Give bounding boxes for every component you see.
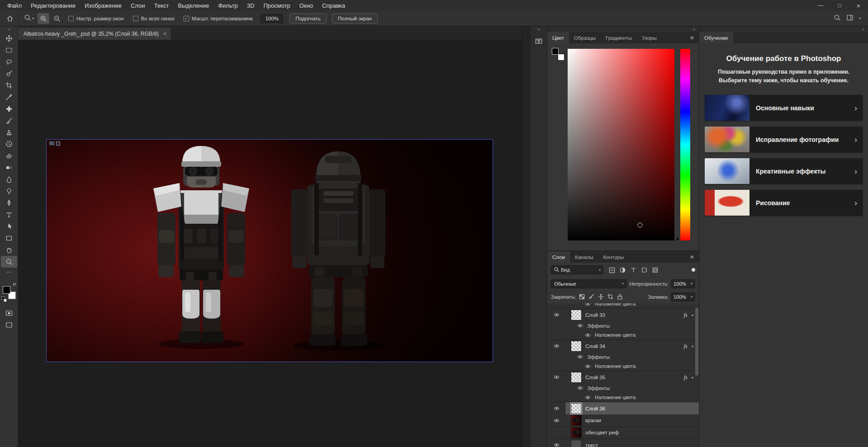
visibility-toggle[interactable]	[547, 309, 565, 321]
canvas-pasteboard[interactable]: 01	[18, 40, 522, 447]
fx-badge[interactable]: fx	[684, 312, 688, 318]
blend-mode-select[interactable]: Обычные ▾	[551, 279, 627, 288]
effects-label[interactable]: Эффекты	[587, 323, 610, 329]
learn-card-0[interactable]: Основные навыки›	[705, 95, 863, 121]
eraser-tool[interactable]	[1, 150, 17, 162]
layer-row[interactable]: краски	[547, 414, 699, 427]
tab-learn[interactable]: Обучение	[699, 32, 733, 43]
default-colors-icon[interactable]	[1, 296, 7, 302]
visibility-toggle[interactable]	[575, 383, 584, 393]
document-tab[interactable]: Albatros-heavy _Greh_.psd @ 35,2% (Слой …	[18, 28, 171, 40]
layer-row[interactable]: текст	[547, 439, 699, 447]
zoom-in-mode-button[interactable]	[38, 13, 49, 24]
layer-name[interactable]: обесцвет реф	[585, 430, 619, 435]
layer-row[interactable]: Слой 35fx▴	[547, 371, 699, 383]
crop-tool[interactable]	[1, 80, 17, 91]
layer-effect-item-row[interactable]: Наложение цвета	[547, 330, 699, 340]
visibility-toggle[interactable]	[547, 414, 565, 426]
color-cursor[interactable]	[638, 223, 643, 228]
effect-name[interactable]: Наложение цвета	[595, 332, 636, 338]
zoom-out-mode-button[interactable]	[51, 13, 63, 24]
layer-effects-header-row[interactable]: Эффекты	[547, 383, 699, 393]
filter-smart-icon[interactable]	[651, 266, 659, 274]
filter-pixel-icon[interactable]	[607, 266, 616, 274]
menu-Текст[interactable]: Текст	[150, 0, 174, 11]
lock-artboard-icon[interactable]	[607, 293, 614, 301]
layer-name[interactable]: Слой 33	[585, 312, 605, 318]
screen-mode-icon[interactable]	[1, 319, 17, 331]
layer-row-body[interactable]: Наложение цвета	[592, 303, 699, 308]
lock-transparent-icon[interactable]	[578, 293, 586, 301]
workspace-icon[interactable]	[846, 14, 854, 23]
scrollbar-thumb[interactable]	[695, 308, 698, 376]
close-button[interactable]: ×	[849, 0, 868, 11]
option-checkbox-0[interactable]: Настр. размер окон	[68, 16, 124, 21]
visibility-toggle[interactable]	[575, 352, 584, 362]
layer-thumbnail[interactable]	[571, 372, 582, 383]
visibility-toggle[interactable]	[547, 427, 565, 438]
foreground-color-swatch[interactable]	[552, 48, 559, 55]
eyedropper-tool[interactable]	[1, 91, 17, 103]
color-tab-Узоры[interactable]: Узоры	[637, 32, 662, 43]
rectangle-tool[interactable]	[1, 232, 17, 244]
chevron-up-icon[interactable]: ▴	[692, 313, 693, 317]
opacity-field[interactable]: 100% ▾	[671, 279, 695, 288]
effect-name[interactable]: Наложение цвета	[595, 363, 636, 369]
chevron-down-icon[interactable]: ▾	[859, 16, 861, 20]
menu-Выделение[interactable]: Выделение	[173, 0, 213, 11]
menu-Фильтр[interactable]: Фильтр	[213, 0, 242, 11]
option-checkbox-1[interactable]: Во всех окнах	[133, 16, 175, 21]
brush-tool[interactable]	[1, 115, 17, 127]
color-tab-Цвет[interactable]: Цвет	[547, 32, 569, 43]
effect-name[interactable]: Наложение цвета	[595, 395, 636, 400]
visibility-toggle[interactable]	[547, 439, 565, 447]
checkbox-icon[interactable]: ✓	[184, 16, 189, 21]
background-color-swatch[interactable]	[558, 54, 564, 61]
layer-thumbnail[interactable]	[571, 427, 582, 438]
layer-thumbnail[interactable]	[571, 310, 582, 320]
dodge-tool[interactable]	[1, 185, 17, 197]
layer-effect-item-row[interactable]: Наложение цвета	[547, 362, 699, 371]
layer-effect-item-row[interactable]: Наложение цвета	[547, 393, 699, 402]
layer-row-body[interactable]: Наложение цвета	[592, 393, 699, 402]
filter-adjust-icon[interactable]	[618, 266, 626, 274]
layer-row-body[interactable]: Слой 36	[565, 402, 699, 414]
layer-row-body[interactable]: Наложение цвета	[592, 362, 699, 371]
layer-row-body[interactable]: краски	[565, 414, 699, 426]
learn-card-3[interactable]: Рисование›	[705, 190, 863, 216]
learn-card-1[interactable]: Исправление фотографии›	[705, 127, 863, 152]
layer-thumbnail[interactable]	[571, 341, 582, 352]
saturation-brightness-field[interactable]	[568, 49, 674, 240]
current-tool-button[interactable]: ▾	[21, 14, 37, 23]
effects-label[interactable]: Эффекты	[587, 386, 610, 391]
layer-row[interactable]: Слой 34fx▴	[547, 340, 699, 352]
hand-tool[interactable]	[1, 244, 17, 256]
layer-filter-select[interactable]: Вид ▾	[551, 265, 603, 274]
layer-name[interactable]: текст	[585, 442, 598, 447]
zoom-level-field[interactable]: 100%	[261, 14, 283, 23]
layer-effects-header-row[interactable]: Эффекты	[547, 352, 699, 362]
effect-name[interactable]: Наложение цвета	[595, 303, 636, 306]
spot-healing-tool[interactable]	[1, 103, 17, 115]
filter-toggle[interactable]	[692, 268, 695, 272]
quick-selection-tool[interactable]	[1, 68, 17, 80]
layer-row-body[interactable]: Эффекты	[584, 352, 699, 362]
color-tab-Образцы[interactable]: Образцы	[569, 32, 601, 43]
swap-colors-icon[interactable]: ⇄	[13, 282, 16, 287]
layers-scrollbar[interactable]	[695, 304, 698, 446]
quick-mask-icon[interactable]	[1, 307, 17, 319]
collapse-dock-chevrons[interactable]: »	[547, 26, 699, 32]
lasso-tool[interactable]	[1, 56, 17, 68]
canvas-artwork[interactable]: 01	[46, 139, 493, 362]
menu-Слои[interactable]: Слои	[126, 0, 150, 11]
lock-pixels-icon[interactable]	[588, 293, 595, 301]
layer-effect-item-row[interactable]: Наложение цвета	[547, 303, 699, 309]
visibility-toggle[interactable]	[547, 402, 565, 414]
options-button-0[interactable]: Подогнать	[289, 14, 326, 24]
home-icon[interactable]	[4, 13, 16, 24]
search-icon[interactable]	[834, 14, 841, 23]
zoom-tool[interactable]	[1, 256, 17, 268]
collapse-dock-chevrons[interactable]: »	[699, 26, 868, 32]
layer-row-body[interactable]: Слой 34fx▴	[565, 340, 699, 352]
fx-badge[interactable]: fx	[684, 375, 688, 380]
